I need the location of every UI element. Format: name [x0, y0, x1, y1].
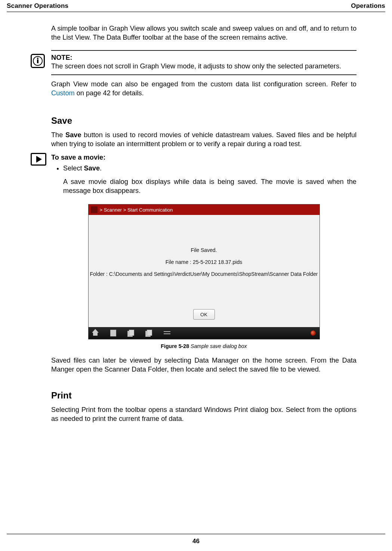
ok-button[interactable]: OK	[193, 309, 215, 320]
dialog-line-3: Folder : C:\Documents and Settings\Verdi…	[89, 271, 320, 277]
screenshot-content: File Saved. File name : 25-5-2012 18.37.…	[89, 215, 320, 327]
after-figure-paragraph: Saved files can later be viewed by selec…	[51, 356, 356, 374]
app-icon	[91, 206, 98, 213]
record-icon[interactable]	[310, 330, 317, 336]
footer-rule	[7, 533, 385, 535]
home-icon[interactable]	[92, 330, 99, 336]
save-para-prefix: The	[51, 131, 65, 139]
note-bottom-rule	[51, 74, 356, 75]
after-note-suffix: on page 42 for details.	[75, 89, 144, 97]
step-1: Select Save.	[63, 164, 356, 173]
save-para-bold: Save	[65, 131, 81, 139]
after-note-paragraph: Graph View mode can also be engaged from…	[51, 80, 356, 98]
info-icon	[31, 54, 45, 68]
page-icon[interactable]	[109, 330, 117, 336]
custom-link[interactable]: Custom	[51, 89, 75, 97]
page: Scanner Operations Operations A simple t…	[0, 0, 392, 551]
note-block: NOTE: The screen does not scroll in Grap…	[51, 54, 356, 71]
pages-icon[interactable]	[127, 330, 135, 336]
step-description: A save movie dialog box displays while d…	[63, 177, 356, 195]
screenshot-titlebar: > Scanner > Start Communication	[89, 204, 320, 215]
step-suffix: .	[100, 164, 102, 172]
page-number: 46	[0, 538, 392, 545]
header-rule	[7, 11, 385, 12]
figure-caption: Figure 5-28 Sample save dialog box	[88, 343, 320, 349]
pages-alt-icon[interactable]	[145, 330, 153, 336]
after-note-prefix: Graph View mode can also be engaged from…	[51, 80, 356, 88]
dialog-line-2: File name : 25-5-2012 18.37.pids	[89, 259, 320, 265]
procedure-title: To save a movie:	[51, 154, 356, 161]
procedure-steps: Select Save.	[51, 164, 356, 173]
procedure-block: To save a movie: Select Save. A save mov…	[51, 154, 356, 195]
screenshot-bottombar	[89, 327, 320, 339]
intro-paragraph: A simple toolbar in Graph View allows yo…	[51, 24, 356, 42]
body: A simple toolbar in Graph View allows yo…	[0, 19, 392, 431]
step-prefix: Select	[63, 164, 84, 172]
note-label: NOTE:	[51, 54, 356, 62]
note-text: The screen does not scroll in Graph View…	[51, 62, 356, 71]
print-heading: Print	[51, 390, 356, 401]
dialog-line-1: File Saved.	[89, 247, 320, 253]
breadcrumb: > Scanner > Start Communication	[100, 207, 173, 213]
note-top-rule	[51, 50, 356, 51]
header-right: Operations	[351, 2, 385, 10]
print-paragraph: Selecting Print from the toolbar opens a…	[51, 405, 356, 423]
save-heading: Save	[51, 116, 356, 126]
save-paragraph: The Save button is used to record movies…	[51, 130, 356, 148]
figure-number: Figure 5-28	[161, 343, 189, 349]
save-para-suffix: button is used to record movies of vehic…	[51, 131, 356, 148]
list-icon[interactable]	[163, 330, 171, 336]
play-icon	[31, 153, 46, 166]
header-left: Scanner Operations	[7, 2, 68, 10]
figure: > Scanner > Start Communication File Sav…	[88, 204, 320, 349]
screenshot: > Scanner > Start Communication File Sav…	[88, 204, 320, 339]
step-bold: Save	[84, 164, 100, 172]
running-header: Scanner Operations Operations	[7, 2, 385, 10]
figure-text: Sample save dialog box	[189, 343, 247, 349]
